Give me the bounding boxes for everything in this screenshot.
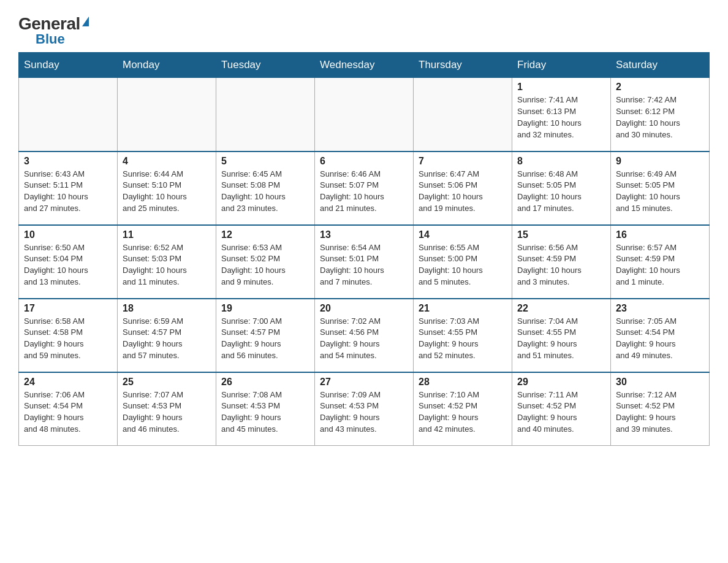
weekday-header-monday: Monday (118, 53, 216, 78)
day-info: Sunrise: 7:42 AMSunset: 6:12 PMDaylight:… (616, 94, 704, 140)
calendar-cell: 15Sunrise: 6:56 AMSunset: 4:59 PMDayligh… (512, 225, 611, 299)
weekday-header-sunday: Sunday (19, 53, 118, 78)
logo: General Blue (18, 12, 89, 46)
calendar-cell: 12Sunrise: 6:53 AMSunset: 5:02 PMDayligh… (216, 225, 315, 299)
day-info: Sunrise: 6:49 AMSunset: 5:05 PMDaylight:… (616, 169, 704, 215)
logo-triangle-icon (82, 17, 89, 26)
calendar-cell: 21Sunrise: 7:03 AMSunset: 4:55 PMDayligh… (414, 299, 512, 372)
day-info: Sunrise: 6:50 AMSunset: 5:04 PMDaylight:… (24, 242, 112, 288)
day-number: 4 (123, 156, 211, 167)
day-number: 8 (517, 156, 605, 167)
day-number: 21 (419, 303, 507, 314)
day-info: Sunrise: 7:05 AMSunset: 4:54 PMDaylight:… (616, 316, 704, 362)
day-info: Sunrise: 6:46 AMSunset: 5:07 PMDaylight:… (320, 169, 408, 215)
calendar-cell: 23Sunrise: 7:05 AMSunset: 4:54 PMDayligh… (611, 299, 710, 372)
day-number: 30 (616, 377, 704, 388)
day-info: Sunrise: 7:41 AMSunset: 6:13 PMDaylight:… (517, 94, 605, 140)
calendar-cell: 10Sunrise: 6:50 AMSunset: 5:04 PMDayligh… (19, 225, 118, 299)
day-number: 23 (616, 303, 704, 314)
calendar-cell: 29Sunrise: 7:11 AMSunset: 4:52 PMDayligh… (512, 372, 611, 446)
day-info: Sunrise: 6:59 AMSunset: 4:57 PMDaylight:… (123, 316, 211, 362)
day-info: Sunrise: 6:54 AMSunset: 5:01 PMDaylight:… (320, 242, 408, 288)
calendar-cell: 9Sunrise: 6:49 AMSunset: 5:05 PMDaylight… (611, 151, 710, 225)
calendar-cell: 16Sunrise: 6:57 AMSunset: 4:59 PMDayligh… (611, 225, 710, 299)
calendar-cell: 17Sunrise: 6:58 AMSunset: 4:58 PMDayligh… (19, 299, 118, 372)
day-info: Sunrise: 6:43 AMSunset: 5:11 PMDaylight:… (24, 169, 112, 215)
weekday-header-saturday: Saturday (611, 53, 710, 78)
day-number: 9 (616, 156, 704, 167)
day-info: Sunrise: 6:44 AMSunset: 5:10 PMDaylight:… (123, 169, 211, 215)
day-info: Sunrise: 6:55 AMSunset: 5:00 PMDaylight:… (419, 242, 507, 288)
day-number: 10 (24, 229, 112, 240)
day-number: 27 (320, 377, 408, 388)
day-number: 17 (24, 303, 112, 314)
calendar-cell: 26Sunrise: 7:08 AMSunset: 4:53 PMDayligh… (216, 372, 315, 446)
calendar-cell (216, 78, 315, 151)
calendar-cell: 11Sunrise: 6:52 AMSunset: 5:03 PMDayligh… (118, 225, 216, 299)
day-info: Sunrise: 6:57 AMSunset: 4:59 PMDaylight:… (616, 242, 704, 288)
calendar-week-row: 3Sunrise: 6:43 AMSunset: 5:11 PMDaylight… (19, 151, 710, 225)
day-info: Sunrise: 7:07 AMSunset: 4:53 PMDaylight:… (123, 389, 211, 435)
logo-blue-text: Blue (36, 33, 65, 46)
calendar-cell: 24Sunrise: 7:06 AMSunset: 4:54 PMDayligh… (19, 372, 118, 446)
calendar-cell: 28Sunrise: 7:10 AMSunset: 4:52 PMDayligh… (414, 372, 512, 446)
day-number: 6 (320, 156, 408, 167)
calendar-cell (118, 78, 216, 151)
calendar-cell: 13Sunrise: 6:54 AMSunset: 5:01 PMDayligh… (315, 225, 414, 299)
calendar-header-row: SundayMondayTuesdayWednesdayThursdayFrid… (19, 53, 710, 78)
calendar-cell (315, 78, 414, 151)
calendar-cell (414, 78, 512, 151)
day-info: Sunrise: 6:45 AMSunset: 5:08 PMDaylight:… (221, 169, 309, 215)
day-info: Sunrise: 7:09 AMSunset: 4:53 PMDaylight:… (320, 389, 408, 435)
day-info: Sunrise: 6:56 AMSunset: 4:59 PMDaylight:… (517, 242, 605, 288)
calendar-cell: 8Sunrise: 6:48 AMSunset: 5:05 PMDaylight… (512, 151, 611, 225)
day-number: 19 (221, 303, 309, 314)
calendar-cell: 30Sunrise: 7:12 AMSunset: 4:52 PMDayligh… (611, 372, 710, 446)
day-number: 26 (221, 377, 309, 388)
calendar-cell: 4Sunrise: 6:44 AMSunset: 5:10 PMDaylight… (118, 151, 216, 225)
day-info: Sunrise: 6:53 AMSunset: 5:02 PMDaylight:… (221, 242, 309, 288)
calendar-cell: 3Sunrise: 6:43 AMSunset: 5:11 PMDaylight… (19, 151, 118, 225)
calendar-week-row: 17Sunrise: 6:58 AMSunset: 4:58 PMDayligh… (19, 299, 710, 372)
calendar-cell: 19Sunrise: 7:00 AMSunset: 4:57 PMDayligh… (216, 299, 315, 372)
calendar-cell: 27Sunrise: 7:09 AMSunset: 4:53 PMDayligh… (315, 372, 414, 446)
day-number: 16 (616, 229, 704, 240)
day-number: 13 (320, 229, 408, 240)
day-info: Sunrise: 6:47 AMSunset: 5:06 PMDaylight:… (419, 169, 507, 215)
day-number: 29 (517, 377, 605, 388)
weekday-header-friday: Friday (512, 53, 611, 78)
day-number: 7 (419, 156, 507, 167)
day-info: Sunrise: 6:52 AMSunset: 5:03 PMDaylight:… (123, 242, 211, 288)
day-info: Sunrise: 7:06 AMSunset: 4:54 PMDaylight:… (24, 389, 112, 435)
day-number: 18 (123, 303, 211, 314)
day-info: Sunrise: 7:03 AMSunset: 4:55 PMDaylight:… (419, 316, 507, 362)
day-number: 5 (221, 156, 309, 167)
logo-general-text: General (18, 15, 80, 33)
day-number: 11 (123, 229, 211, 240)
calendar-week-row: 10Sunrise: 6:50 AMSunset: 5:04 PMDayligh… (19, 225, 710, 299)
day-number: 20 (320, 303, 408, 314)
calendar-cell: 2Sunrise: 7:42 AMSunset: 6:12 PMDaylight… (611, 78, 710, 151)
calendar-week-row: 1Sunrise: 7:41 AMSunset: 6:13 PMDaylight… (19, 78, 710, 151)
calendar-cell: 1Sunrise: 7:41 AMSunset: 6:13 PMDaylight… (512, 78, 611, 151)
calendar-cell: 25Sunrise: 7:07 AMSunset: 4:53 PMDayligh… (118, 372, 216, 446)
day-number: 25 (123, 377, 211, 388)
weekday-header-thursday: Thursday (414, 53, 512, 78)
day-number: 12 (221, 229, 309, 240)
day-info: Sunrise: 7:00 AMSunset: 4:57 PMDaylight:… (221, 316, 309, 362)
day-info: Sunrise: 6:48 AMSunset: 5:05 PMDaylight:… (517, 169, 605, 215)
calendar-cell: 20Sunrise: 7:02 AMSunset: 4:56 PMDayligh… (315, 299, 414, 372)
weekday-header-wednesday: Wednesday (315, 53, 414, 78)
weekday-header-tuesday: Tuesday (216, 53, 315, 78)
day-number: 24 (24, 377, 112, 388)
calendar-cell: 22Sunrise: 7:04 AMSunset: 4:55 PMDayligh… (512, 299, 611, 372)
day-info: Sunrise: 7:08 AMSunset: 4:53 PMDaylight:… (221, 389, 309, 435)
calendar-cell: 6Sunrise: 6:46 AMSunset: 5:07 PMDaylight… (315, 151, 414, 225)
day-info: Sunrise: 7:12 AMSunset: 4:52 PMDaylight:… (616, 389, 704, 435)
day-number: 3 (24, 156, 112, 167)
day-info: Sunrise: 7:02 AMSunset: 4:56 PMDaylight:… (320, 316, 408, 362)
calendar-cell: 7Sunrise: 6:47 AMSunset: 5:06 PMDaylight… (414, 151, 512, 225)
day-number: 1 (517, 82, 605, 93)
calendar-cell: 5Sunrise: 6:45 AMSunset: 5:08 PMDaylight… (216, 151, 315, 225)
day-info: Sunrise: 7:10 AMSunset: 4:52 PMDaylight:… (419, 389, 507, 435)
